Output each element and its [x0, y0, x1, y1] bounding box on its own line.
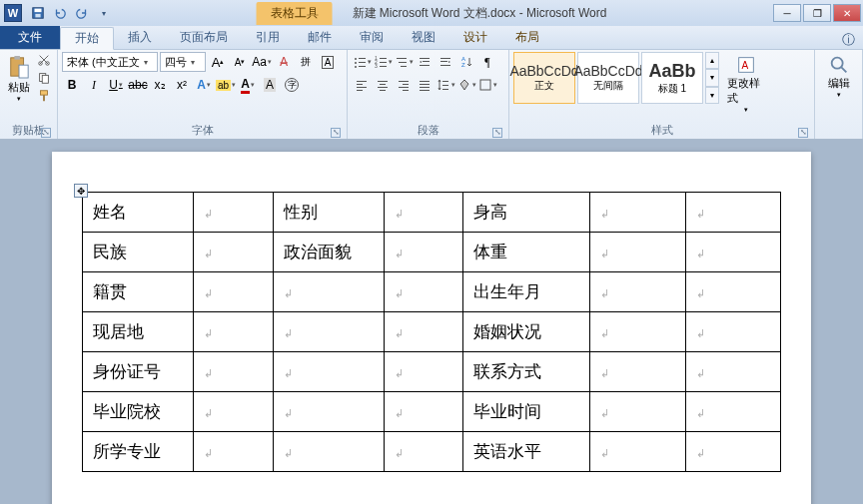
table-cell[interactable]: ↲	[384, 432, 462, 472]
style-heading1[interactable]: AaBb标题 1	[641, 52, 703, 104]
gallery-up[interactable]: ▴	[705, 52, 719, 69]
enclose-char-button[interactable]: 字	[282, 75, 302, 95]
table-cell[interactable]: 毕业院校	[83, 392, 194, 432]
table-cell[interactable]: ↲	[685, 272, 780, 312]
table-cell[interactable]: 民族	[83, 233, 194, 272]
bullets-button[interactable]: ▾	[352, 52, 372, 72]
clipboard-launcher[interactable]: ⤡	[41, 128, 51, 138]
qat-dropdown[interactable]: ▾	[94, 3, 114, 23]
tab-home[interactable]: 开始	[60, 27, 114, 50]
gallery-down[interactable]: ▾	[705, 69, 719, 86]
table-cell[interactable]: 籍贯	[83, 272, 194, 312]
table-cell[interactable]: ↲	[194, 392, 273, 432]
styles-launcher[interactable]: ⤡	[798, 128, 808, 138]
font-name-combo[interactable]: 宋体 (中文正文▾	[62, 52, 158, 72]
change-styles-button[interactable]: A 更改样式▾	[725, 52, 767, 116]
tab-view[interactable]: 视图	[398, 26, 449, 49]
shading-button[interactable]: ▾	[456, 75, 476, 95]
redo-button[interactable]	[72, 3, 92, 23]
tab-references[interactable]: 引用	[242, 26, 294, 49]
table-cell[interactable]: ↲	[685, 392, 780, 432]
table-cell[interactable]: ↲	[194, 272, 273, 312]
line-spacing-button[interactable]: ▾	[435, 75, 455, 95]
tab-mail[interactable]: 邮件	[294, 26, 346, 49]
underline-button[interactable]: U▾	[106, 75, 126, 95]
strikethrough-button[interactable]: abc	[128, 75, 148, 95]
font-size-combo[interactable]: 四号▾	[160, 52, 206, 72]
table-cell[interactable]: ↲	[194, 233, 273, 272]
table-cell[interactable]: ↲	[273, 272, 384, 312]
italic-button[interactable]: I	[84, 75, 104, 95]
tab-table-layout[interactable]: 布局	[501, 26, 553, 49]
table-cell[interactable]: 英语水平	[463, 432, 590, 472]
subscript-button[interactable]: x₂	[150, 75, 170, 95]
table-cell[interactable]: ↲	[590, 312, 685, 352]
grow-font-button[interactable]: A▴	[208, 52, 228, 72]
text-effects-button[interactable]: A▾	[194, 75, 214, 95]
undo-button[interactable]	[50, 3, 70, 23]
table-cell[interactable]: ↲	[685, 312, 780, 352]
borders-button[interactable]: ▾	[477, 75, 497, 95]
multilevel-button[interactable]: ▾	[394, 52, 414, 72]
table-cell[interactable]: ↲	[273, 392, 384, 432]
style-nospacing[interactable]: AaBbCcDd无间隔	[577, 52, 639, 104]
table-cell[interactable]: 政治面貌	[273, 233, 384, 272]
tab-design[interactable]: 设计	[449, 26, 501, 49]
style-normal[interactable]: AaBbCcDd正文	[513, 52, 575, 104]
table-cell[interactable]: ↲	[590, 193, 685, 233]
table-cell[interactable]: ↲	[590, 392, 685, 432]
indent-increase-button[interactable]	[435, 52, 455, 72]
numbering-button[interactable]: 123▾	[373, 52, 393, 72]
justify-button[interactable]	[415, 75, 434, 95]
table-cell[interactable]: ↲	[273, 312, 384, 352]
table-cell[interactable]: ↲	[384, 392, 462, 432]
table-cell[interactable]: ↲	[685, 352, 780, 392]
editing-button[interactable]: 编辑▾	[819, 52, 858, 101]
sort-button[interactable]: AZ	[456, 52, 476, 72]
file-tab[interactable]: 文件	[0, 26, 60, 49]
table-cell[interactable]: ↲	[194, 312, 273, 352]
document-table[interactable]: 姓名↲性别↲身高↲↲民族↲政治面貌↲体重↲↲籍贯↲↲↲出生年月↲↲现居地↲↲↲婚…	[82, 192, 781, 472]
table-cell[interactable]: 性别	[273, 193, 384, 233]
paragraph-launcher[interactable]: ⤡	[492, 128, 502, 138]
superscript-button[interactable]: x²	[172, 75, 192, 95]
shrink-font-button[interactable]: A▾	[230, 52, 250, 72]
table-cell[interactable]: 出生年月	[463, 272, 590, 312]
document-area[interactable]: ✥ 姓名↲性别↲身高↲↲民族↲政治面貌↲体重↲↲籍贯↲↲↲出生年月↲↲现居地↲↲…	[0, 140, 863, 504]
copy-button[interactable]	[35, 70, 53, 86]
table-cell[interactable]: ↲	[590, 272, 685, 312]
cut-button[interactable]	[35, 52, 53, 68]
table-cell[interactable]: 体重	[463, 233, 590, 272]
table-cell[interactable]: 联系方式	[463, 352, 590, 392]
char-shading-button[interactable]: A	[260, 75, 280, 95]
save-button[interactable]	[28, 3, 48, 23]
table-cell[interactable]: ↲	[384, 193, 462, 233]
font-color-button[interactable]: A▾	[238, 75, 258, 95]
table-cell[interactable]: ↲	[194, 352, 273, 392]
table-cell[interactable]: ↲	[685, 193, 780, 233]
minimize-button[interactable]: ─	[773, 4, 801, 22]
table-move-handle[interactable]: ✥	[74, 184, 88, 198]
font-launcher[interactable]: ⤡	[331, 128, 341, 138]
phonetic-button[interactable]: 拼	[296, 52, 316, 72]
tab-layout[interactable]: 页面布局	[166, 26, 242, 49]
table-cell[interactable]: 身高	[463, 193, 590, 233]
char-border-button[interactable]: A	[318, 52, 338, 72]
table-cell[interactable]: ↲	[590, 352, 685, 392]
table-cell[interactable]: 现居地	[83, 312, 194, 352]
table-cell[interactable]: ↲	[685, 432, 780, 472]
close-button[interactable]: ✕	[833, 4, 861, 22]
table-cell[interactable]: 婚姻状况	[463, 312, 590, 352]
show-marks-button[interactable]: ¶	[477, 52, 497, 72]
table-cell[interactable]: 所学专业	[83, 432, 194, 472]
clear-format-button[interactable]: A̶	[274, 52, 294, 72]
align-center-button[interactable]	[373, 75, 393, 95]
table-cell[interactable]: 身份证号	[83, 352, 194, 392]
maximize-button[interactable]: ❐	[803, 4, 831, 22]
highlight-button[interactable]: ab▾	[216, 75, 236, 95]
table-cell[interactable]: ↲	[384, 312, 462, 352]
table-cell[interactable]: 毕业时间	[463, 392, 590, 432]
format-painter-button[interactable]	[35, 88, 53, 104]
table-cell[interactable]: ↲	[194, 193, 273, 233]
align-left-button[interactable]	[352, 75, 372, 95]
